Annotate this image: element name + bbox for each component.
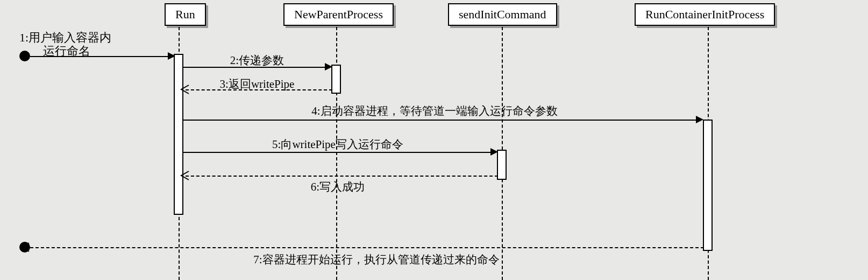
- msg6-label: 6:写入成功: [311, 179, 365, 194]
- msg3-label: 3:返回writePipe: [220, 76, 295, 92]
- msg6-line: [186, 176, 498, 177]
- msg1-arrow: [168, 52, 175, 60]
- activation-new-parent: [331, 65, 341, 94]
- msg4-arrow: [696, 116, 703, 123]
- activation-run: [174, 54, 183, 215]
- msg7-arrow: [20, 242, 31, 253]
- msg5-label: 5:向writePipe写入运行命令: [272, 137, 403, 152]
- msg2-label: 2:传递参数: [230, 53, 284, 68]
- activation-send-init: [497, 150, 507, 180]
- msg2-arrow: [325, 63, 332, 71]
- msg4-line: [183, 120, 698, 121]
- msg2-line: [183, 67, 326, 68]
- msg5-line: [183, 152, 492, 153]
- activation-run-container: [703, 120, 713, 251]
- msg4-label: 4:启动容器进程，等待管道一端输入运行命令参数: [311, 103, 557, 118]
- msg6-arrow: [180, 170, 191, 181]
- participant-send-init: sendInitCommand: [448, 3, 557, 26]
- msg5-arrow: [490, 148, 498, 156]
- msg1-line: [30, 56, 173, 57]
- participant-run-container: RunContainerInitProcess: [635, 3, 775, 26]
- msg7-line: [30, 247, 704, 248]
- participant-new-parent: NewParentProcess: [283, 3, 394, 26]
- msg3-arrow: [180, 84, 191, 95]
- participant-run: Run: [165, 3, 206, 26]
- msg7-label: 7:容器进程开始运行，执行从管道传递过来的命令: [253, 252, 499, 267]
- actor-start-dot: [19, 51, 30, 61]
